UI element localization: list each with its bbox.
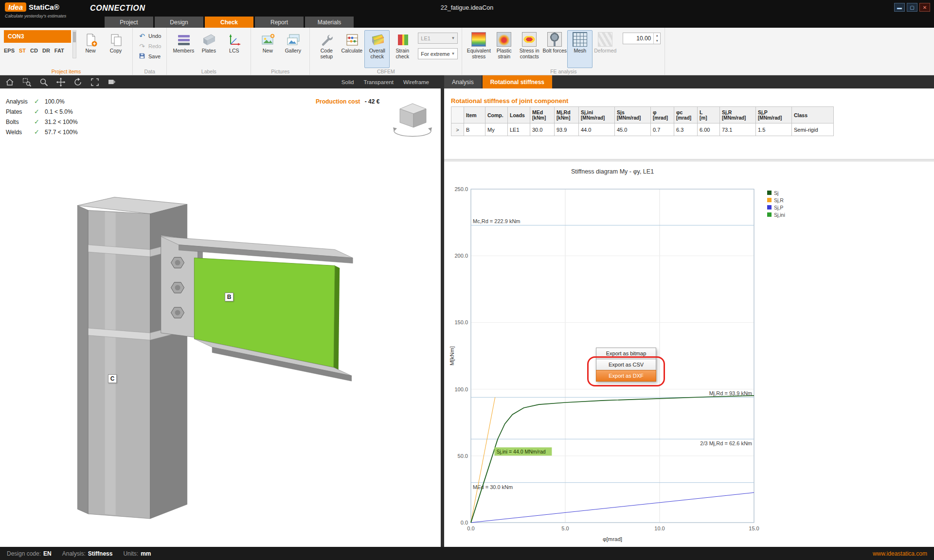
redo-button[interactable]: ↷ Redo <box>137 41 162 51</box>
check-name: Bolts <box>6 119 34 125</box>
strain-check-button[interactable]: Strain check <box>390 30 415 68</box>
tab-rotational-stiffness[interactable]: Rotational stiffness <box>483 75 552 88</box>
check-value: 57.7 < 100% <box>45 129 78 136</box>
table-row[interactable]: >BMyLE130.093.944.045.00.76.36.0073.11.5… <box>451 123 834 136</box>
check-pass-icon: ✓ <box>34 108 45 115</box>
menu-item-export-as-csv[interactable]: Export as CSV <box>596 359 656 370</box>
mode-eps[interactable]: EPS <box>4 48 15 53</box>
navigation-cube[interactable] <box>389 97 436 139</box>
ribbon-tab-project[interactable]: Project <box>105 17 153 28</box>
spinner-up-icon[interactable]: ▲ <box>654 33 660 38</box>
members-label: Members <box>173 48 194 54</box>
tab-analysis[interactable]: Analysis <box>444 75 482 88</box>
series-Sj,P <box>471 492 754 523</box>
new-picture-label: New <box>263 48 273 54</box>
document-title: 22_fatigue.ideaCon <box>441 4 493 11</box>
menu-item-export-as-bitmap[interactable]: Export as bitmap <box>596 348 656 359</box>
members-button[interactable]: Members <box>171 30 196 68</box>
home-view-icon[interactable] <box>5 77 15 87</box>
maximize-button[interactable]: ▢ <box>907 3 917 12</box>
legend-label: Sj,ini <box>774 212 785 218</box>
clipping-icon[interactable] <box>107 77 117 87</box>
overall-check-label: Overall check <box>365 48 389 59</box>
load-effect-dropdown[interactable]: LE1 ▼ <box>418 33 458 44</box>
project-item-selector[interactable]: CON3 <box>4 30 71 43</box>
check-value: 0.1 < 5.0% <box>45 108 73 115</box>
legend-label: Sj <box>774 190 778 196</box>
menu-item-export-as-dxf[interactable]: Export as DXF <box>596 370 656 382</box>
spinner-arrows[interactable]: ▲▼ <box>653 33 660 44</box>
overall-check-button[interactable]: Overall check <box>364 30 390 68</box>
mode-dr[interactable]: DR <box>42 48 50 53</box>
zoom-icon[interactable] <box>39 77 49 87</box>
project-items-scrollbar[interactable] <box>72 30 76 58</box>
check-summary: Analysis✓100.0%Plates✓0.1 < 5.0%Bolts✓31… <box>6 96 78 137</box>
minimize-button[interactable]: ▬ <box>894 3 905 12</box>
column-header: φ[mrad] <box>651 107 674 123</box>
section-title: Rotational stiffness of joint component <box>451 97 568 105</box>
group-label-fe-analysis: FE analysis <box>462 69 665 74</box>
mode-cd[interactable]: CD <box>30 48 38 53</box>
mode-st[interactable]: ST <box>19 48 26 53</box>
calculate-button[interactable]: Calculate <box>339 30 364 68</box>
gallery-button[interactable]: Gallery <box>280 30 305 68</box>
ribbon-tab-report[interactable]: Report <box>255 17 304 28</box>
members-icon <box>176 32 191 47</box>
column-name: L <box>700 109 718 115</box>
copy-project-item-button[interactable]: Copy <box>103 30 128 68</box>
series-Sj <box>471 396 754 523</box>
view-mode-transparent[interactable]: Transparent <box>363 79 394 85</box>
panel-splitter[interactable] <box>441 75 444 547</box>
close-button[interactable]: ✕ <box>919 3 930 12</box>
table-cell: 93.9 <box>555 123 579 136</box>
member-label-c: C <box>108 374 117 383</box>
ribbon-tab-design[interactable]: Design <box>155 17 203 28</box>
legend-swatch <box>767 212 772 217</box>
column-name: φc <box>676 109 695 115</box>
fit-view-icon[interactable] <box>90 77 100 87</box>
check-value: 100.0% <box>45 98 65 105</box>
extreme-dropdown[interactable]: For extreme ▼ <box>418 48 458 59</box>
view-mode-solid[interactable]: Solid <box>341 79 354 85</box>
view-mode-wireframe[interactable]: Wireframe <box>403 79 429 85</box>
code-setup-button[interactable]: Code setup <box>314 30 339 68</box>
group-label-cbfem: CBFEM <box>310 69 462 74</box>
save-button[interactable]: Save <box>137 52 162 61</box>
plastic-strain-button[interactable]: Plastic strain <box>491 30 517 68</box>
lcs-button[interactable]: LCS <box>221 30 247 68</box>
ribbon-tab-materials[interactable]: Materials <box>305 17 354 28</box>
deformed-button[interactable]: Deformed <box>593 30 618 68</box>
connection-model[interactable] <box>72 188 358 524</box>
bolt-forces-button[interactable]: Bolt forces <box>542 30 567 68</box>
save-label: Save <box>148 53 161 59</box>
column-header: Sj,P[MNm/rad] <box>756 107 792 123</box>
website-link[interactable]: www.ideastatica.com <box>873 550 927 557</box>
undo-button[interactable]: ↶ Undo <box>137 31 162 40</box>
viewport-3d[interactable]: SolidTransparentWireframe Analysis✓100.0… <box>0 75 441 547</box>
redo-label: Redo <box>148 43 161 49</box>
plates-button[interactable]: Plates <box>196 30 221 68</box>
mode-fat[interactable]: FAT <box>54 48 64 53</box>
spinner-down-icon[interactable]: ▼ <box>654 38 660 44</box>
ribbon-group-labels: Members Plates LCS Labels <box>167 28 251 75</box>
stress-contacts-icon <box>522 32 537 47</box>
deformation-scale-spinner[interactable]: 10.00 ▲▼ <box>623 33 661 44</box>
reference-line-label: 2/3 Mj,Rd = 62.6 kNm <box>700 440 752 446</box>
ribbon-tab-check[interactable]: Check <box>205 17 253 28</box>
results-splitter[interactable] <box>444 159 934 161</box>
row-expander-icon[interactable]: > <box>451 123 464 136</box>
new-picture-button[interactable]: New <box>255 30 280 68</box>
mesh-button[interactable]: Mesh <box>567 30 593 68</box>
equivalent-stress-button[interactable]: Equivalent stress <box>466 30 491 68</box>
zoom-window-icon[interactable] <box>22 77 32 87</box>
rotate-icon[interactable] <box>73 77 83 87</box>
units-label: Units: <box>123 550 138 557</box>
pan-icon[interactable] <box>56 77 66 87</box>
new-project-item-button[interactable]: New <box>78 30 103 68</box>
deformed-label: Deformed <box>594 48 616 54</box>
svg-text:100.0: 100.0 <box>454 386 468 392</box>
design-code-label: Design code: <box>7 550 41 557</box>
column-unit: [MNm/rad] <box>581 115 612 121</box>
stress-contacts-button[interactable]: Stress in contacts <box>517 30 542 68</box>
viewport-canvas[interactable]: Analysis✓100.0%Plates✓0.1 < 5.0%Bolts✓31… <box>0 88 441 547</box>
